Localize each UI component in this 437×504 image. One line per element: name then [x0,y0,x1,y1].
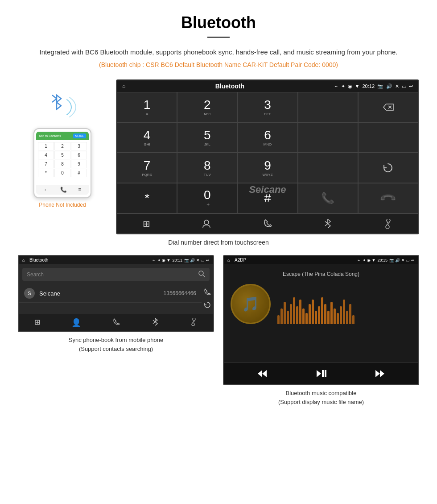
camera-status-icon: 📷 [377,83,383,89]
pb-list-area: S Seicane 13566664466 [19,284,202,314]
pb-nav-link[interactable] [190,318,198,328]
car-key-3[interactable]: 3 DEF [237,92,297,122]
album-art: 🎵 [231,284,271,324]
music-usb-icon: ⌁ [357,258,360,262]
eq-bar-12 [315,311,317,324]
svg-marker-21 [380,370,384,377]
car-call-red-key[interactable]: 📞 [358,183,418,213]
car-key-8[interactable]: 8 TUV [177,153,237,183]
car-key-9[interactable]: 9 WXYZ [237,153,297,183]
car-key-star[interactable]: * [117,183,177,213]
smartphone-header: Add to Contacts MORE [36,132,89,140]
music-title: A2DP [233,258,354,262]
pb-refresh-icon[interactable] [203,301,211,310]
smartphone-bottom-bar: ← 📞 ≡ [36,185,89,195]
pb-search-placeholder: Search [27,271,44,278]
nav-contacts-icon[interactable] [202,218,211,229]
key-7-sub: PQRS [142,173,152,177]
svg-marker-3 [57,102,61,109]
nav-bluetooth-icon[interactable] [324,218,332,229]
car-key-empty-1 [298,92,358,122]
dial-statusbar: ⌂ Bluetooth ⌁ ✦ ◉ ▼ 20:12 📷 🔊 ✕ ▭ ↩ [117,80,418,92]
pb-nav-bt[interactable] [152,318,158,328]
svg-line-13 [153,322,155,324]
pb-search-bar[interactable]: Search [22,268,210,281]
eq-bar-10 [309,304,311,324]
eq-bar-13 [318,306,320,324]
key-2-sub: ABC [204,112,211,116]
eq-bar-14 [321,297,323,324]
nav-link-icon[interactable] [383,218,393,229]
car-key-0[interactable]: 0 + [177,183,237,213]
contact-avatar-s: S [24,288,35,299]
car-backspace-key[interactable] [358,92,418,122]
eq-bar-0 [277,315,280,324]
key-2-num: 2 [204,99,211,111]
key-3-num: 3 [264,99,271,111]
contact-number: 13566664466 [164,290,196,296]
dialpad-key-hash: # [71,169,87,177]
rewind-button[interactable] [257,368,268,379]
key-9-sub: WXYZ [262,173,272,177]
statusbar-home-icon: ⌂ [122,83,125,89]
music-home-icon: ⌂ [227,258,230,262]
nav-grid-icon[interactable]: ⊞ [143,218,150,229]
pb-usb-icon: ⌁ [152,258,155,262]
key-3-sub: DEF [264,112,271,116]
key-6-sub: MNO [264,142,272,146]
forward-button[interactable] [375,368,385,379]
eq-bar-5 [293,297,295,324]
eq-bar-21 [343,300,345,324]
smartphone-back-icon: ← [44,187,49,193]
key-7-num: 7 [144,159,151,172]
car-key-7[interactable]: 7 PQRS [117,153,177,183]
dialpad-key-1: 1 [38,142,54,150]
key-star-num: * [144,192,149,204]
location-status-icon: ◉ [348,83,352,89]
pb-call-icon[interactable] [203,288,211,297]
eq-bar-7 [299,300,301,324]
car-key-5[interactable]: 5 JKL [177,122,237,153]
eq-bar-15 [324,304,326,324]
svg-line-7 [325,221,328,224]
eq-bar-11 [312,300,314,324]
svg-line-14 [193,321,194,323]
spec-text: (Bluetooth chip : CSR BC6 Default Blueto… [18,61,419,68]
car-key-6[interactable]: 6 MNO [237,122,297,153]
key-8-sub: TUV [204,173,211,177]
eq-bar-4 [290,304,292,324]
music-caption: Bluetooth music compatible(Support displ… [223,389,419,406]
music-artwork-area: 🎵 [231,284,412,324]
pb-nav-phone[interactable] [112,318,120,328]
car-key-4[interactable]: 4 GHI [117,122,177,153]
eq-bar-3 [287,311,289,324]
svg-line-2 [52,99,57,102]
music-main-area: Escape (The Pina Colada Song) 🎵 [224,264,418,362]
nav-phone-icon[interactable] [263,218,272,229]
svg-point-10 [199,271,203,275]
dialpad-key-4: 4 [38,151,54,159]
music-statusbar: ⌂ A2DP ⌁ ✦ ◉ ▼ 20:15 📷 🔊 ✕ ▭ ↩ [224,256,418,264]
equalizer-bars [277,284,412,324]
eq-bar-18 [334,308,336,324]
smartphone-menu-icon: ≡ [78,187,81,193]
pb-home-icon: ⌂ [22,258,25,262]
phonebook-screen: ⌂ Bluetooth ⌁ ✦ ◉ ▼ 20:11 📷 🔊 ✕ ▭ ↩ Sear… [18,255,214,332]
car-key-hash[interactable]: # [237,183,297,213]
car-dialpad-grid[interactable]: 1 ∞ 2 ABC 3 DEF [117,92,418,213]
pb-nav-grid[interactable]: ⊞ [34,318,40,328]
statusbar-icons: ✦ ◉ ▼ 20:12 📷 🔊 ✕ ▭ ↩ [341,83,413,89]
contact-row-seicane[interactable]: S Seicane 13566664466 [19,284,202,303]
phonebook-card: ⌂ Bluetooth ⌁ ✦ ◉ ▼ 20:11 📷 🔊 ✕ ▭ ↩ Sear… [18,255,214,406]
play-pause-button[interactable] [316,368,326,379]
car-key-1[interactable]: 1 ∞ [117,92,177,122]
contact-name: Seicane [39,290,164,297]
car-key-2[interactable]: 2 ABC [177,92,237,122]
pb-nav-person[interactable]: 👤 [71,318,81,328]
dial-caption: Dial number direct from touchscreen [18,239,419,246]
car-refresh-key[interactable] [358,153,418,183]
car-call-green-key[interactable]: 📞 [298,183,358,213]
dialpad-key-7: 7 [38,160,54,168]
svg-marker-15 [258,370,262,377]
dialpad-key-2: 2 [54,142,70,150]
